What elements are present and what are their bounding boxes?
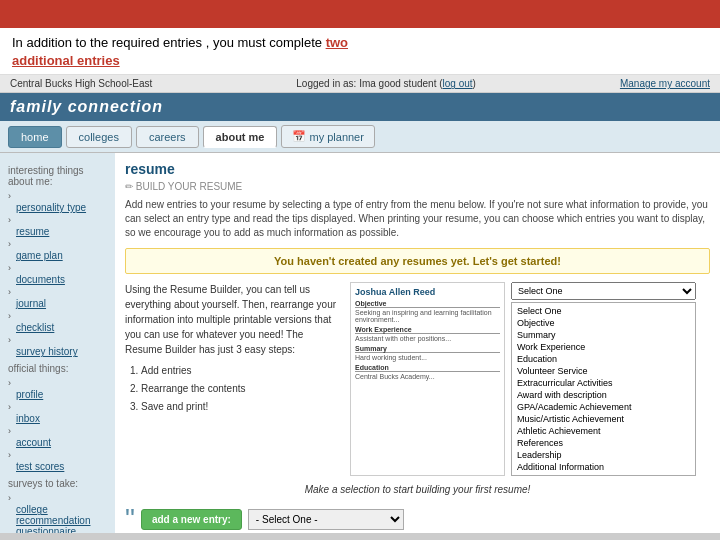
sidebar-links-2: ›profile ›inbox ›account ›test scores	[8, 377, 107, 472]
resume-steps-list: Add entries Rearrange the contents Save …	[141, 363, 342, 414]
sidebar-item-documents[interactable]: documents	[16, 274, 107, 285]
dd-option-athletic[interactable]: Athletic Achievement	[514, 425, 693, 437]
add-new-entry-button[interactable]: add a new entry:	[141, 509, 242, 530]
title-subtitle: additional entries	[12, 52, 708, 70]
title-highlight: two	[326, 35, 348, 50]
sidebar-section1-title: interesting things about me:	[8, 165, 107, 187]
sample1-name: Joshua Allen Reed	[355, 287, 500, 297]
build-resume-link[interactable]: ✏ BUILD YOUR RESUME	[125, 181, 710, 192]
resume-instructions: Add new entries to your resume by select…	[125, 198, 710, 240]
dd-option-select-one[interactable]: Select One	[514, 305, 693, 317]
nav-bar: home colleges careers about me 📅 my plan…	[0, 121, 720, 153]
dropdown-section: Select One Objective Summary Work Experi…	[511, 282, 696, 476]
sample1-education: Education	[355, 364, 500, 372]
sidebar-item-profile[interactable]: profile	[16, 389, 107, 400]
sidebar-item-college-rec[interactable]: college recommendation questionnaire	[16, 504, 107, 533]
log-out-link[interactable]: log out	[443, 78, 473, 89]
sidebar-item-inbox[interactable]: inbox	[16, 413, 107, 424]
sidebar: interesting things about me: ›personalit…	[0, 153, 115, 533]
entry-type-select-top[interactable]: Select One Objective Summary Work Experi…	[511, 282, 696, 300]
resume-preview-area: Joshua Allen Reed Objective Seeking an i…	[350, 282, 710, 476]
dropdown-list: Select One Objective Summary Work Experi…	[511, 302, 696, 476]
sample1-sum-text: Hard working student...	[355, 354, 500, 361]
dd-option-leadership[interactable]: Leadership	[514, 449, 693, 461]
colleges-nav-btn[interactable]: colleges	[66, 126, 132, 148]
resume-info-text: Using the Resume Builder, you can tell u…	[125, 282, 342, 357]
dd-option-award[interactable]: Award with description	[514, 389, 693, 401]
quote-mark: "	[125, 505, 135, 533]
no-resume-banner: You haven't created any resumes yet. Let…	[125, 248, 710, 274]
sample1-work: Work Experience	[355, 326, 500, 334]
sidebar-item-test-scores[interactable]: test scores	[16, 461, 107, 472]
careers-nav-btn[interactable]: careers	[136, 126, 199, 148]
top-banner	[0, 0, 720, 28]
resume-sample-1: Joshua Allen Reed Objective Seeking an i…	[350, 282, 505, 476]
app-title: family connection	[10, 98, 163, 115]
step-2: Rearrange the contents	[141, 381, 342, 396]
step-3: Save and print!	[141, 399, 342, 414]
resume-text-section: Using the Resume Builder, you can tell u…	[125, 282, 342, 476]
dd-option-music[interactable]: Music/Artistic Achievement	[514, 413, 693, 425]
sidebar-item-game-plan[interactable]: game plan	[16, 250, 107, 261]
dd-option-references[interactable]: References	[514, 437, 693, 449]
sidebar-section2-title: official things:	[8, 363, 107, 374]
main-title: In addition to the required entries , yo…	[0, 28, 720, 75]
school-bar: Central Bucks High School-East Logged in…	[0, 75, 720, 93]
home-nav-btn[interactable]: home	[8, 126, 62, 148]
dd-option-gpa[interactable]: GPA/Academic Achievement	[514, 401, 693, 413]
resume-title: resume	[125, 161, 710, 177]
add-entry-select[interactable]: - Select One - Objective Summary Work Ex…	[248, 509, 404, 530]
school-name: Central Bucks High School-East	[10, 78, 152, 89]
planner-label: my planner	[309, 131, 363, 143]
sidebar-item-resume[interactable]: resume	[16, 226, 107, 237]
sidebar-item-checklist[interactable]: checklist	[16, 322, 107, 333]
sidebar-section3-title: surveys to take:	[8, 478, 107, 489]
app-header: family connection	[0, 93, 720, 121]
dd-option-volunteer[interactable]: Volunteer Service	[514, 365, 693, 377]
sample1-summary: Summary	[355, 345, 500, 353]
dd-option-summary[interactable]: Summary	[514, 329, 693, 341]
dd-option-education[interactable]: Education	[514, 353, 693, 365]
dd-option-additional[interactable]: Additional Information	[514, 461, 693, 473]
title-prefix: In addition to the required entries , yo…	[12, 35, 326, 50]
sidebar-item-journal[interactable]: journal	[16, 298, 107, 309]
sidebar-links-3: ›college recommendation questionnaire ›p…	[8, 492, 107, 533]
manage-account-link[interactable]: Manage my account	[620, 78, 710, 89]
sidebar-item-survey-history[interactable]: survey history	[16, 346, 107, 357]
content-area: interesting things about me: ›personalit…	[0, 153, 720, 533]
planner-icon: 📅	[292, 130, 306, 143]
logged-in-text: Logged in as: Ima good student (log out)	[296, 78, 476, 89]
sidebar-item-account[interactable]: account	[16, 437, 107, 448]
resume-info-area: Using the Resume Builder, you can tell u…	[125, 282, 710, 476]
sample1-obj-text: Seeking an inspiring and learning facili…	[355, 309, 500, 323]
dd-option-work-exp[interactable]: Work Experience	[514, 341, 693, 353]
make-selection-text: Make a selection to start building your …	[125, 484, 710, 495]
dd-option-extracurr[interactable]: Extracurricular Activities	[514, 377, 693, 389]
sidebar-links-1: ›personality type ›resume ›game plan ›do…	[8, 190, 107, 357]
sample1-work-text: Assistant with other positions...	[355, 335, 500, 342]
step-1: Add entries	[141, 363, 342, 378]
main-content: resume ✏ BUILD YOUR RESUME Add new entri…	[115, 153, 720, 533]
sample1-objective: Objective	[355, 300, 500, 308]
sample1-edu-text: Central Bucks Academy...	[355, 373, 500, 380]
about-me-nav-btn[interactable]: about me	[203, 126, 278, 148]
dd-option-objective[interactable]: Objective	[514, 317, 693, 329]
add-entry-bar: " add a new entry: - Select One - Object…	[125, 501, 710, 533]
my-planner-nav-btn[interactable]: 📅 my planner	[281, 125, 374, 148]
sidebar-item-personality[interactable]: personality type	[16, 202, 107, 213]
